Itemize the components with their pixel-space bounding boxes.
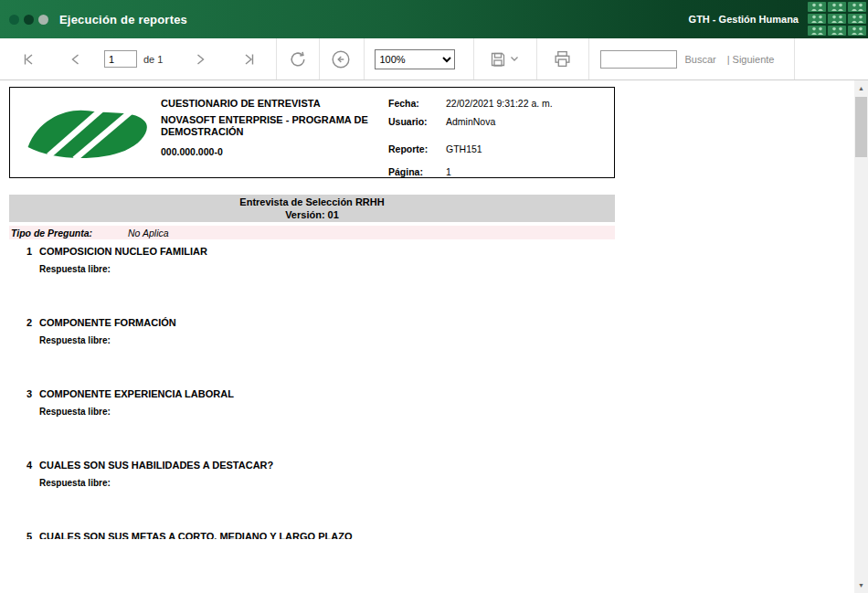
question-answer-label: Respuesta libre: <box>39 335 621 345</box>
question-text: COMPONENTE EXPERIENCIA LABORAL <box>39 388 234 400</box>
question-answer-label: Respuesta libre: <box>39 478 621 488</box>
question-item: 3 COMPONENTE EXPERIENCIA LABORAL Respues… <box>0 388 621 460</box>
toolbar-separator <box>364 38 365 79</box>
question-item: 1 COMPOSICION NUCLEO FAMILIAR Respuesta … <box>0 246 621 317</box>
question-answer-label: Respuesta libre: <box>39 264 621 274</box>
question-item: 2 COMPONENTE FORMACIÓN Respuesta libre: <box>0 317 621 388</box>
print-icon <box>553 49 572 69</box>
report-title: CUESTIONARIO DE ENTREVISTA <box>161 98 388 109</box>
scroll-up-arrow[interactable]: ▲ <box>854 80 868 96</box>
window-dot-2[interactable] <box>24 15 34 25</box>
toolbar-separator <box>794 38 795 79</box>
refresh-button[interactable] <box>284 46 312 73</box>
window-dot-3[interactable] <box>38 15 48 25</box>
question-type-value: No Aplica <box>128 228 169 238</box>
titlebar: Ejecución de reportes GTH - Gestión Huma… <box>0 0 868 38</box>
question-number: 5 <box>26 531 39 539</box>
toolbar-separator <box>276 38 277 79</box>
report-subtitle: NOVASOFT ENTERPRISE - PROGRAMA DE DEMOST… <box>161 114 373 138</box>
prev-page-button[interactable] <box>62 46 90 73</box>
chevron-bar-left-icon <box>19 50 37 69</box>
question-answer-label: Respuesta libre: <box>39 407 621 417</box>
report-toolbar: de 1 100% Buscar | Siguiente <box>0 38 868 80</box>
search-label: Buscar <box>684 54 715 65</box>
toolbar-separator <box>536 38 537 79</box>
question-number: 1 <box>26 246 39 258</box>
question-text: CUALES SON SUS HABILIDADES A DESTACAR? <box>39 460 273 471</box>
report-viewer: CUESTIONARIO DE ENTREVISTA NOVASOFT ENTE… <box>0 80 868 593</box>
window-dot-1[interactable] <box>9 15 19 25</box>
meta-fecha: Fecha: 22/02/2021 9:31:22 a. m. <box>388 98 553 109</box>
fecha-value: 22/02/2021 9:31:22 a. m. <box>446 98 553 109</box>
page-count-label: de 1 <box>143 54 163 65</box>
usuario-label: Usuario: <box>388 116 446 127</box>
meta-usuario: Usuario: AdminNova <box>388 116 495 127</box>
scrollbar-thumb[interactable] <box>855 97 867 157</box>
reporte-label: Reporte: <box>388 143 446 154</box>
banner-version: Versión: 01 <box>9 208 615 221</box>
pagina-value: 1 <box>446 166 451 177</box>
section-banner: Entrevista de Selección RRHH Versión: 01 <box>9 195 615 222</box>
save-icon <box>489 50 507 69</box>
next-page-button[interactable] <box>186 46 214 73</box>
chevron-right-icon <box>191 50 209 69</box>
toolbar-separator <box>319 38 320 79</box>
question-type-label: Tipo de Pregunta: <box>9 228 128 238</box>
chevron-down-icon <box>510 56 519 62</box>
zoom-select[interactable]: 100% <box>375 49 455 69</box>
window-controls <box>9 15 48 25</box>
fecha-label: Fecha: <box>388 98 446 109</box>
people-grid-logo <box>806 1 868 37</box>
chevron-bar-right-icon <box>240 50 259 69</box>
toolbar-separator <box>473 38 474 79</box>
chevron-left-icon <box>67 50 85 69</box>
question-list: 1 COMPOSICION NUCLEO FAMILIAR Respuesta … <box>0 246 621 539</box>
question-item: 4 CUALES SON SUS HABILIDADES A DESTACAR?… <box>0 460 621 531</box>
toolbar-separator <box>588 38 589 79</box>
question-text: COMPOSICION NUCLEO FAMILIAR <box>39 246 207 258</box>
question-type-row: Tipo de Pregunta: No Aplica <box>9 226 615 239</box>
window-title: Ejecución de reportes <box>59 13 187 26</box>
last-page-button[interactable] <box>236 46 263 73</box>
question-text: COMPONENTE FORMACIÓN <box>39 317 176 329</box>
company-id: 000.000.000-0 <box>161 146 388 157</box>
scroll-down-arrow[interactable]: ▼ <box>854 577 868 593</box>
print-button[interactable] <box>548 46 576 73</box>
meta-reporte: Reporte: GTH151 <box>388 143 482 154</box>
company-logo <box>10 88 161 177</box>
first-page-button[interactable] <box>15 46 42 73</box>
meta-pagina: Página: 1 <box>388 166 451 177</box>
save-export-button[interactable] <box>483 46 524 73</box>
pagina-label: Página: <box>388 166 446 177</box>
refresh-icon <box>288 49 308 69</box>
banner-title: Entrevista de Selección RRHH <box>9 196 615 208</box>
question-number: 4 <box>26 460 39 471</box>
question-number: 3 <box>26 388 39 400</box>
page-number-input[interactable] <box>104 50 137 68</box>
search-next-link[interactable]: | Siguiente <box>727 54 775 65</box>
vertical-scrollbar[interactable]: ▲ ▼ <box>854 80 868 593</box>
question-item: 5 CUALES SON SUS METAS A CORTO, MEDIANO … <box>0 531 621 539</box>
back-button[interactable] <box>327 46 355 73</box>
usuario-value: AdminNova <box>446 116 495 127</box>
reporte-value: GTH151 <box>446 143 482 154</box>
back-circle-icon <box>331 49 351 69</box>
module-label: GTH - Gestión Humana <box>689 14 799 25</box>
report-page: CUESTIONARIO DE ENTREVISTA NOVASOFT ENTE… <box>0 80 854 539</box>
question-number: 2 <box>26 317 39 329</box>
report-header: CUESTIONARIO DE ENTREVISTA NOVASOFT ENTE… <box>9 87 615 178</box>
question-text: CUALES SON SUS METAS A CORTO, MEDIANO Y … <box>39 531 352 539</box>
search-input[interactable] <box>600 50 677 69</box>
